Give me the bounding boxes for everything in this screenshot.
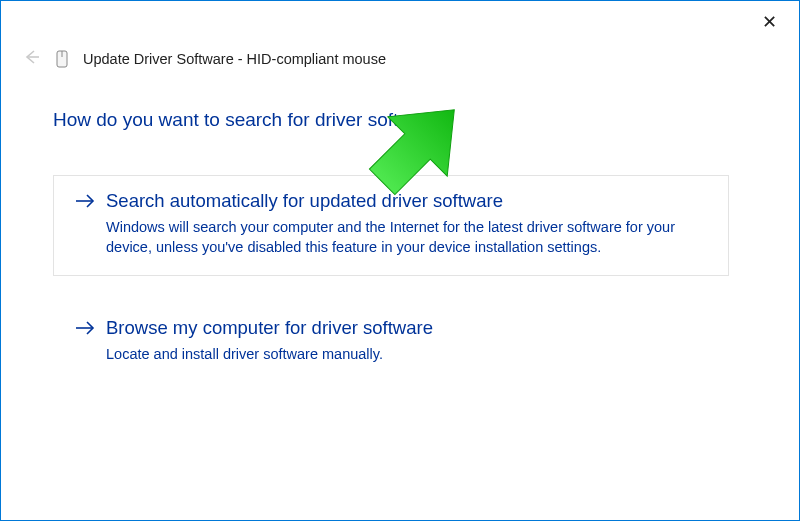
option-browse-computer[interactable]: Browse my computer for driver software L… (53, 302, 729, 384)
option-title: Search automatically for updated driver … (106, 190, 708, 212)
device-icon (55, 50, 69, 68)
option-search-automatically[interactable]: Search automatically for updated driver … (53, 175, 729, 276)
wizard-content: How do you want to search for driver sof… (53, 109, 729, 410)
option-title: Browse my computer for driver software (106, 317, 708, 339)
close-button[interactable]: ✕ (752, 7, 787, 37)
right-arrow-icon (74, 317, 96, 346)
option-description: Windows will search your computer and th… (106, 218, 708, 257)
wizard-header: Update Driver Software - HID-compliant m… (21, 47, 386, 70)
wizard-question: How do you want to search for driver sof… (53, 109, 729, 131)
wizard-title: Update Driver Software - HID-compliant m… (83, 51, 386, 67)
close-icon: ✕ (762, 12, 777, 32)
back-arrow-icon (21, 47, 41, 70)
right-arrow-icon (74, 190, 96, 219)
driver-update-window: ✕ Update Driver Software - HID-compliant… (0, 0, 800, 521)
option-description: Locate and install driver software manua… (106, 345, 708, 365)
